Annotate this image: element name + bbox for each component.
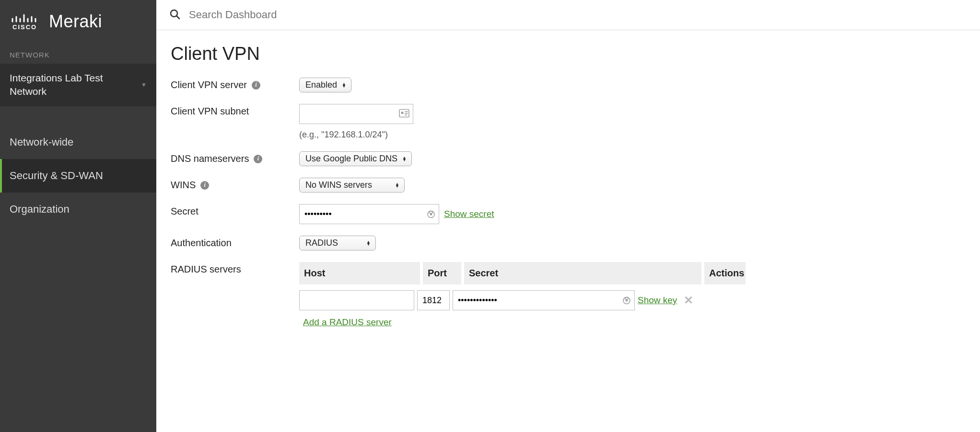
search-input[interactable]: [189, 9, 967, 21]
nav-security-sdwan[interactable]: Security & SD-WAN: [0, 159, 156, 193]
label-secret: Secret: [171, 206, 198, 217]
svg-rect-12: [405, 112, 408, 113]
th-secret: Secret: [464, 262, 701, 284]
subnet-hint: (e.g., "192.168.1.0/24"): [299, 130, 966, 140]
label-authentication: Authentication: [171, 238, 232, 249]
radius-table-header: Host Port Secret Actions: [299, 262, 966, 284]
label-vpn-subnet: Client VPN subnet: [171, 106, 249, 117]
svg-rect-13: [405, 113, 408, 114]
svg-text:CISCO: CISCO: [12, 23, 37, 30]
select-authentication[interactable]: RADIUS ▲▼: [299, 236, 376, 250]
lock-icon: [427, 209, 435, 220]
search-icon[interactable]: [170, 9, 180, 21]
label-dns: DNS nameservers: [171, 153, 249, 164]
input-radius-port[interactable]: [417, 290, 450, 310]
main-content: Client VPN Client VPN server i Enabled ▲…: [156, 0, 980, 432]
th-actions: Actions: [704, 262, 746, 284]
network-selector[interactable]: Integrations Lab Test Network ▼: [0, 64, 156, 106]
input-radius-secret[interactable]: [453, 290, 635, 310]
info-icon[interactable]: i: [252, 81, 260, 90]
svg-rect-14: [405, 115, 407, 116]
input-vpn-subnet[interactable]: [299, 104, 413, 124]
select-arrows-icon: ▲▼: [342, 83, 346, 88]
cisco-logo-icon: CISCO: [11, 12, 40, 32]
meraki-brand-text: Meraki: [49, 11, 102, 32]
input-secret[interactable]: [299, 204, 439, 224]
remove-row-button[interactable]: ✕: [680, 294, 697, 307]
show-secret-link[interactable]: Show secret: [444, 209, 494, 219]
radius-table-row: Show key ✕: [299, 290, 966, 310]
info-icon[interactable]: i: [200, 181, 209, 190]
lock-icon: [622, 295, 631, 306]
search-bar: [156, 0, 980, 30]
select-vpn-server[interactable]: Enabled ▲▼: [299, 78, 351, 92]
svg-rect-18: [626, 299, 628, 302]
select-dns-value: Use Google Public DNS: [305, 154, 397, 164]
th-port: Port: [423, 262, 461, 284]
select-dns[interactable]: Use Google Public DNS ▲▼: [299, 151, 412, 166]
svg-rect-16: [430, 213, 432, 216]
contact-card-icon: [399, 109, 409, 119]
info-icon[interactable]: i: [254, 155, 262, 163]
th-host: Host: [299, 262, 420, 284]
sidebar: CISCO Meraki NETWORK Integrations Lab Te…: [0, 0, 156, 432]
input-radius-host[interactable]: [299, 290, 414, 310]
select-wins[interactable]: No WINS servers ▲▼: [299, 178, 405, 193]
select-wins-value: No WINS servers: [305, 180, 372, 190]
label-wins: WINS: [171, 180, 196, 191]
select-arrows-icon: ▲▼: [395, 183, 399, 188]
select-arrows-icon: ▲▼: [366, 241, 371, 246]
add-radius-server-link[interactable]: Add a RADIUS server: [303, 317, 392, 327]
label-vpn-server: Client VPN server: [171, 80, 247, 91]
sidebar-section-label: NETWORK: [0, 45, 156, 64]
svg-line-9: [177, 16, 180, 19]
label-radius-servers: RADIUS servers: [171, 264, 241, 275]
chevron-down-icon: ▼: [141, 81, 147, 88]
svg-point-11: [401, 112, 404, 114]
nav-network-wide[interactable]: Network-wide: [0, 125, 156, 159]
select-authentication-value: RADIUS: [305, 238, 338, 248]
nav-organization[interactable]: Organization: [0, 193, 156, 226]
select-vpn-server-value: Enabled: [305, 80, 337, 90]
select-arrows-icon: ▲▼: [402, 157, 407, 161]
network-selector-text: Integrations Lab Test Network: [10, 71, 141, 99]
show-key-link[interactable]: Show key: [638, 295, 677, 306]
logo-area: CISCO Meraki: [0, 0, 156, 45]
page-title: Client VPN: [171, 44, 966, 64]
